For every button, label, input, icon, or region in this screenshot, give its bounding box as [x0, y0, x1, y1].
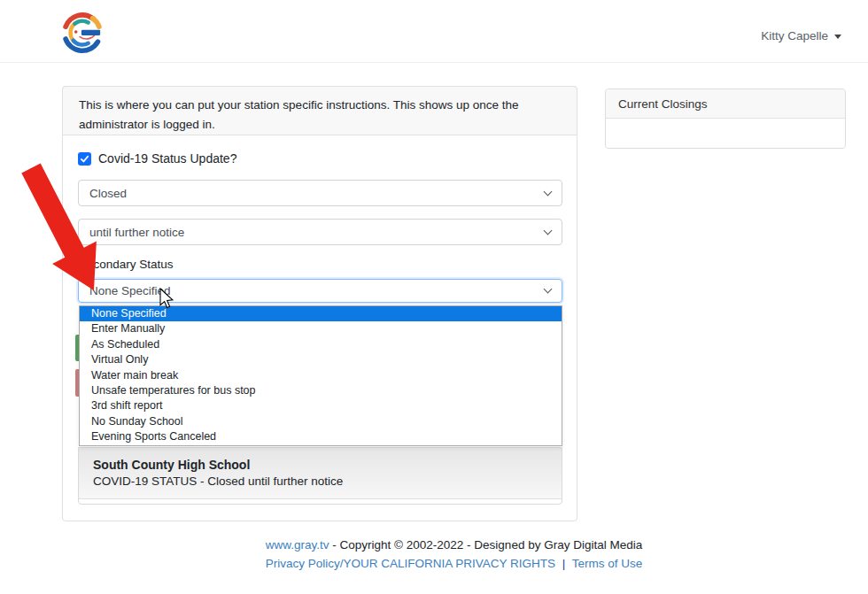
chevron-down-icon [544, 285, 553, 294]
chevron-down-icon [544, 226, 553, 235]
caret-down-icon [834, 35, 841, 39]
dropdown-option[interactable]: Unsafe temperatures for bus stop [80, 383, 562, 398]
covid-status-label: Covid-19 Status Update? [98, 151, 236, 166]
dropdown-option[interactable]: No Sunday School [80, 414, 562, 429]
current-closings-title: Current Closings [618, 97, 708, 111]
instructions-text: This is where you can put your station s… [79, 98, 519, 131]
dropdown-option[interactable]: As Scheduled [80, 337, 562, 352]
privacy-policy-link[interactable]: Privacy Policy/YOUR CALIFORNIA PRIVACY R… [266, 557, 555, 570]
secondary-status-select[interactable]: None Specified [78, 279, 562, 303]
closings-list: South County High School COVID-19 STATUS… [78, 447, 562, 505]
closing-item[interactable]: South County High School COVID-19 STATUS… [79, 448, 562, 499]
gray-tv-logo-icon[interactable] [57, 7, 108, 57]
covid-status-checkbox[interactable] [78, 152, 91, 166]
duration-select[interactable]: until further notice [78, 219, 562, 245]
footer-link-separator: | [562, 557, 566, 570]
check-icon [80, 154, 89, 164]
status-select[interactable]: Closed [78, 180, 562, 206]
closing-item-title: South County High School [93, 458, 547, 472]
covid-status-row: Covid-19 Status Update? [78, 151, 236, 166]
secondary-status-select-value: None Specified [89, 284, 171, 297]
dropdown-option[interactable]: None Specified [80, 306, 562, 321]
dropdown-option[interactable]: Water main break [80, 368, 562, 383]
footer-copyright-line: www.gray.tv - Copyright © 2002-2022 - De… [62, 538, 846, 552]
closing-item-detail: COVID-19 STATUS - Closed until further n… [93, 474, 547, 488]
dropdown-option[interactable]: Virtual Only [80, 352, 562, 367]
current-closings-header: Current Closings [606, 89, 845, 119]
header-divider [0, 62, 868, 63]
dropdown-option[interactable]: 3rd shift report [80, 398, 562, 413]
dropdown-option[interactable]: Evening Sports Canceled [80, 429, 562, 444]
instructions-banner: This is where you can put your station s… [62, 86, 577, 135]
gray-tv-link[interactable]: www.gray.tv [266, 538, 329, 552]
secondary-status-label: Secondary Status [79, 258, 174, 271]
status-select-value: Closed [89, 187, 127, 200]
user-name: Kitty Capelle [761, 29, 828, 42]
dropdown-option[interactable]: Enter Manually [80, 321, 562, 336]
terms-of-use-link[interactable]: Terms of Use [572, 557, 643, 570]
user-menu[interactable]: Kitty Capelle [761, 27, 841, 44]
footer-links-line: Privacy Policy/YOUR CALIFORNIA PRIVACY R… [62, 557, 846, 570]
copyright-text: - Copyright © 2002-2022 - Designed by Gr… [332, 538, 642, 552]
duration-select-value: until further notice [89, 226, 184, 239]
current-closings-body [606, 119, 845, 148]
header: Kitty Capelle [0, 0, 868, 62]
chevron-down-icon [544, 187, 553, 196]
current-closings-card: Current Closings [605, 89, 846, 149]
secondary-status-dropdown-list: None SpecifiedEnter ManuallyAs Scheduled… [79, 305, 562, 446]
